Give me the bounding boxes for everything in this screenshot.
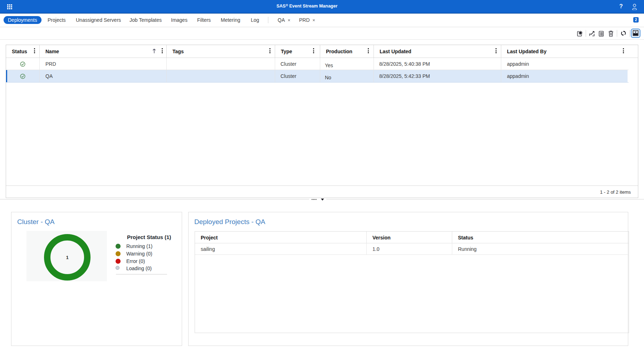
- svg-text:1: 1: [66, 255, 68, 260]
